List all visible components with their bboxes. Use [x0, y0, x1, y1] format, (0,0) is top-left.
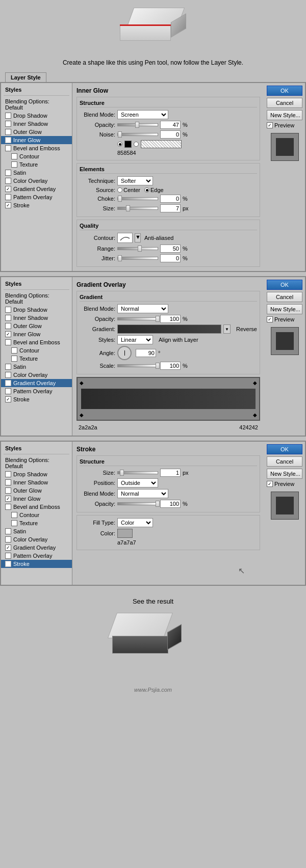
noise-input-1[interactable]: [160, 130, 181, 139]
inner-shadow-check-2[interactable]: [5, 315, 11, 321]
gradient-bar-2[interactable]: [81, 389, 256, 409]
new-style-button-2[interactable]: New Style...: [267, 304, 302, 314]
new-style-button-1[interactable]: New Style...: [267, 110, 302, 120]
stroke-check-3[interactable]: [5, 561, 11, 567]
contour-dropdown-arrow-1[interactable]: ▼: [135, 233, 141, 242]
bevel-check-2[interactable]: [5, 339, 11, 345]
inner-glow-check-3[interactable]: [5, 496, 11, 502]
scale-input-2[interactable]: [160, 362, 181, 370]
sidebar-inner-shadow-3[interactable]: Inner Shadow: [1, 478, 72, 486]
styles-select-2[interactable]: Linear: [117, 335, 153, 344]
color-black-swatch-1[interactable]: [124, 141, 132, 148]
jitter-input-1[interactable]: [160, 254, 181, 262]
stroke-opacity-input[interactable]: [160, 500, 181, 508]
pattern-overlay-checkbox-1[interactable]: [5, 194, 11, 200]
drop-shadow-check-3[interactable]: [5, 471, 11, 477]
scale-slider-2[interactable]: [117, 364, 158, 367]
edge-radio-item-1[interactable]: Edge: [144, 187, 164, 193]
pattern-overlay-check-2[interactable]: [5, 388, 11, 394]
noise-slider-1[interactable]: [117, 133, 158, 136]
sidebar-texture-2[interactable]: Texture: [1, 355, 72, 363]
inner-shadow-check-3[interactable]: [5, 479, 11, 485]
scale-thumb-2[interactable]: [156, 363, 160, 369]
choke-thumb-1[interactable]: [118, 196, 122, 202]
bevel-checkbox-1[interactable]: [5, 145, 11, 151]
sidebar-blending-2[interactable]: Blending Options: Default: [1, 291, 72, 306]
stroke-size-slider[interactable]: [117, 471, 158, 474]
size-input-1[interactable]: [160, 204, 181, 212]
sidebar-item-contour-1[interactable]: Contour: [1, 152, 72, 160]
angle-input-2[interactable]: [136, 349, 156, 357]
sidebar-texture-3[interactable]: Texture: [1, 519, 72, 527]
stroke-blend-select[interactable]: Normal: [117, 489, 168, 498]
inner-glow-checkbox-1[interactable]: [5, 137, 11, 143]
range-input-1[interactable]: [160, 245, 181, 253]
texture-check-2[interactable]: [11, 356, 17, 362]
sidebar-item-texture-1[interactable]: Texture: [1, 160, 72, 169]
edge-radio-1[interactable]: [144, 187, 149, 193]
size-slider-1[interactable]: [117, 207, 158, 210]
pattern-overlay-check-3[interactable]: [5, 553, 11, 559]
noise-thumb-1[interactable]: [118, 131, 122, 138]
range-slider-1[interactable]: [117, 247, 158, 250]
sidebar-inner-shadow-2[interactable]: Inner Shadow: [1, 314, 72, 322]
outer-glow-checkbox-1[interactable]: [5, 129, 11, 135]
drop-shadow-checkbox-1[interactable]: [5, 113, 11, 119]
satin-checkbox-1[interactable]: [5, 170, 11, 176]
sidebar-item-gradient-overlay-1[interactable]: Gradient Overlay: [1, 185, 72, 193]
size-thumb-1[interactable]: [126, 205, 130, 211]
cancel-button-2[interactable]: Cancel: [267, 292, 302, 302]
ok-button-3[interactable]: OK: [267, 444, 302, 454]
sidebar-item-pattern-overlay-1[interactable]: Pattern Overlay: [1, 193, 72, 201]
sidebar-item-inner-glow-1[interactable]: Inner Glow: [1, 136, 72, 144]
sidebar-contour-2[interactable]: Contour: [1, 346, 72, 355]
gradient-overlay-check-2[interactable]: [5, 380, 11, 386]
preview-checkbox-1[interactable]: [267, 122, 273, 128]
bevel-check-3[interactable]: [5, 504, 11, 510]
sidebar-color-overlay-3[interactable]: Color Overlay: [1, 535, 72, 544]
sidebar-item-bevel-1[interactable]: Bevel and Emboss: [1, 144, 72, 152]
opacity-input-1[interactable]: [160, 121, 181, 129]
sidebar-gradient-overlay-3[interactable]: Gradient Overlay: [1, 544, 72, 552]
sidebar-item-blending-1[interactable]: Blending Options: Default: [1, 97, 72, 112]
opacity-slider-2[interactable]: [117, 317, 158, 320]
stroke-check-2[interactable]: [5, 396, 11, 402]
sidebar-pattern-overlay-3[interactable]: Pattern Overlay: [1, 552, 72, 560]
opacity-thumb-1[interactable]: [135, 122, 139, 128]
sidebar-item-outer-glow-1[interactable]: Outer Glow: [1, 128, 72, 136]
color-overlay-check-3[interactable]: [5, 536, 11, 542]
cancel-button-3[interactable]: Cancel: [267, 456, 302, 467]
sidebar-inner-glow-2[interactable]: Inner Glow: [1, 330, 72, 338]
sidebar-drop-shadow-2[interactable]: Drop Shadow: [1, 306, 72, 314]
sidebar-stroke-3[interactable]: Stroke: [1, 560, 72, 568]
sidebar-color-overlay-2[interactable]: Color Overlay: [1, 371, 72, 379]
preview-checkbox-3[interactable]: [267, 481, 273, 487]
contour-checkbox-1[interactable]: [11, 153, 17, 159]
opacity-thumb-2[interactable]: [156, 316, 160, 322]
jitter-thumb-1[interactable]: [118, 255, 122, 261]
sidebar-inner-glow-3[interactable]: Inner Glow: [1, 495, 72, 503]
stroke-position-select[interactable]: Outside: [117, 478, 158, 487]
sidebar-drop-shadow-3[interactable]: Drop Shadow: [1, 470, 72, 478]
reverse-label-2[interactable]: Reverse: [235, 326, 257, 332]
opacity-slider-1[interactable]: [117, 123, 158, 126]
sidebar-bevel-3[interactable]: Bevel and Emboss: [1, 503, 72, 511]
sidebar-satin-3[interactable]: Satin: [1, 527, 72, 535]
sidebar-contour-3[interactable]: Contour: [1, 511, 72, 519]
gradient-overlay-checkbox-1[interactable]: [5, 186, 11, 192]
sidebar-blending-3[interactable]: Blending Options: Default: [1, 456, 72, 470]
stroke-checkbox-1[interactable]: [5, 202, 11, 208]
color-overlay-checkbox-1[interactable]: [5, 178, 11, 184]
gradient-dropdown-2[interactable]: ▼: [223, 324, 231, 334]
range-thumb-1[interactable]: [138, 246, 142, 252]
center-radio-1[interactable]: [117, 187, 122, 193]
new-style-button-3[interactable]: New Style...: [267, 469, 302, 479]
outer-glow-check-3[interactable]: [5, 487, 11, 494]
choke-slider-1[interactable]: [117, 197, 158, 200]
sidebar-item-drop-shadow-1[interactable]: Drop Shadow: [1, 112, 72, 120]
color-radio-1[interactable]: [117, 142, 122, 147]
texture-checkbox-1[interactable]: [11, 161, 17, 168]
sidebar-stroke-2[interactable]: Stroke: [1, 395, 72, 403]
sidebar-outer-glow-3[interactable]: Outer Glow: [1, 486, 72, 495]
drop-shadow-check-2[interactable]: [5, 307, 11, 313]
